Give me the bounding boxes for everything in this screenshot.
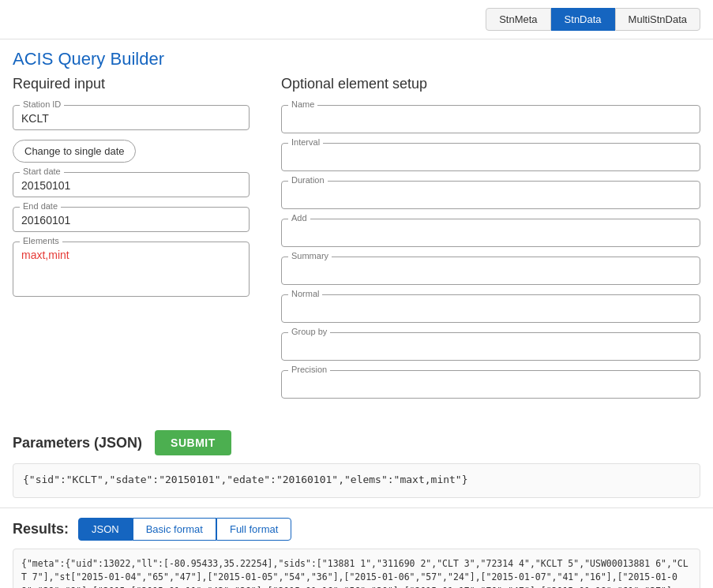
optional-field-summary: Summary: [281, 257, 700, 285]
result-tab-json[interactable]: JSON: [78, 518, 133, 541]
optional-input-0[interactable]: [290, 110, 692, 123]
start-date-field: Start date: [13, 172, 250, 197]
optional-field-label-5: Normal: [288, 289, 322, 298]
optional-field-label-3: Add: [288, 213, 310, 223]
optional-input-2[interactable]: [290, 186, 692, 199]
optional-field-interval: Interval: [281, 143, 700, 171]
optional-field-label-7: Precision: [288, 365, 330, 374]
result-tab-basic[interactable]: Basic format: [133, 518, 216, 541]
elements-value[interactable]: maxt,mint: [21, 249, 69, 261]
end-date-input[interactable]: [21, 214, 241, 227]
optional-field-label-2: Duration: [288, 175, 328, 185]
nav-tab-group: StnMeta StnData MultiStnData: [486, 8, 700, 31]
params-json-display: {"sid":"KCLT","sdate":"20150101","edate"…: [13, 463, 700, 498]
params-title: Parameters (JSON): [13, 435, 142, 451]
optional-field-label-0: Name: [288, 99, 317, 109]
optional-input-6[interactable]: [290, 338, 692, 350]
optional-field-label-4: Summary: [288, 251, 332, 260]
result-tab-full[interactable]: Full format: [216, 518, 291, 541]
station-id-label: Station ID: [20, 99, 64, 109]
results-data-display: {"meta":{"uid":13022,"ll":[-80.95433,35.…: [13, 549, 700, 588]
end-date-label: End date: [20, 201, 61, 211]
tab-stnmeta[interactable]: StnMeta: [486, 8, 550, 31]
optional-field-add: Add: [281, 219, 700, 247]
required-input-title: Required input: [13, 76, 250, 92]
optional-field-duration: Duration: [281, 181, 700, 209]
optional-input-3[interactable]: [290, 224, 692, 237]
change-to-single-date-button[interactable]: Change to single date: [13, 140, 136, 163]
optional-field-group-by: Group by: [281, 332, 700, 361]
params-header: Parameters (JSON) SUBMIT: [13, 430, 700, 455]
start-date-label: Start date: [20, 167, 64, 176]
results-section: Results: JSON Basic format Full format {…: [0, 507, 713, 588]
left-panel: Required input Station ID Change to sing…: [13, 76, 250, 408]
optional-fields: Name Interval Duration Add Summary Norma…: [281, 105, 700, 399]
results-header: Results: JSON Basic format Full format: [13, 518, 700, 541]
optional-input-7[interactable]: [290, 376, 692, 388]
end-date-field: End date: [13, 207, 250, 232]
optional-input-4[interactable]: [290, 262, 692, 275]
right-panel: Optional element setup Name Interval Dur…: [281, 76, 700, 408]
optional-field-precision: Precision: [281, 370, 700, 399]
station-id-field: Station ID: [13, 105, 250, 130]
optional-field-name: Name: [281, 105, 700, 133]
elements-field: Elements maxt,mint: [13, 242, 250, 297]
parameters-section: Parameters (JSON) SUBMIT {"sid":"KCLT","…: [0, 421, 713, 507]
top-navigation: StnMeta StnData MultiStnData: [0, 0, 713, 39]
optional-input-5[interactable]: [290, 300, 692, 313]
submit-button[interactable]: SUBMIT: [155, 430, 231, 455]
optional-input-1[interactable]: [290, 148, 692, 161]
optional-field-label-1: Interval: [288, 137, 323, 147]
main-content: Required input Station ID Change to sing…: [0, 76, 713, 421]
result-tab-group: JSON Basic format Full format: [78, 518, 291, 541]
tab-stndata[interactable]: StnData: [551, 8, 615, 31]
app-title: ACIS Query Builder: [0, 39, 713, 76]
optional-field-normal: Normal: [281, 294, 700, 323]
optional-field-label-6: Group by: [288, 327, 330, 336]
elements-label: Elements: [20, 236, 62, 245]
start-date-input[interactable]: [21, 179, 241, 192]
optional-setup-title: Optional element setup: [281, 76, 700, 92]
station-id-input[interactable]: [21, 112, 241, 125]
results-label: Results:: [13, 521, 69, 537]
tab-multistndata[interactable]: MultiStnData: [615, 8, 700, 31]
